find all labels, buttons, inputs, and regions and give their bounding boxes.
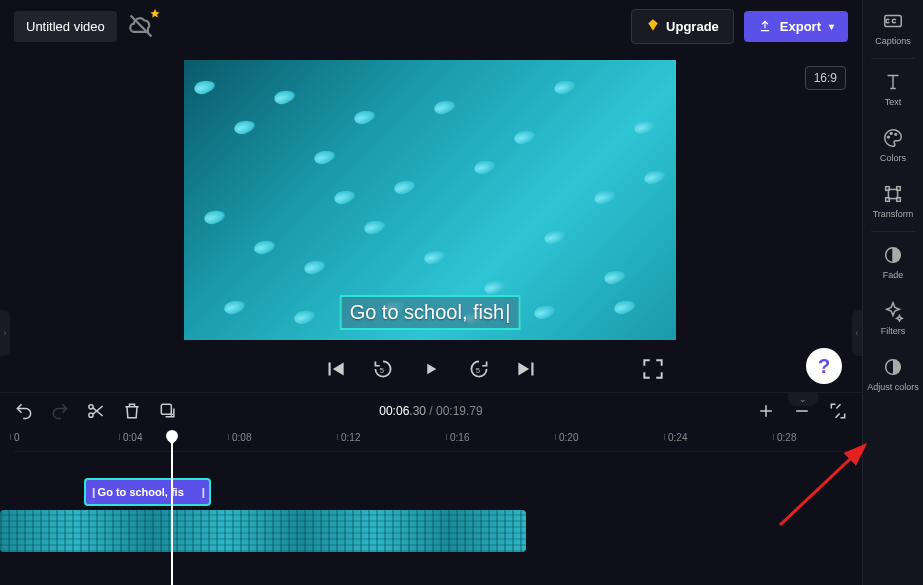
playback-controls: 5 5 <box>0 346 862 392</box>
timeline-ruler[interactable]: 0 0:04 0:08 0:12 0:16 0:20 0:24 0:28 <box>14 428 848 452</box>
svg-point-7 <box>888 136 890 138</box>
sidebar-item-captions[interactable]: Captions <box>863 0 923 56</box>
text-icon <box>882 71 904 93</box>
cloud-sync-off-icon[interactable] <box>127 12 155 40</box>
delete-button[interactable] <box>122 401 142 421</box>
palette-icon <box>882 127 904 149</box>
svg-point-9 <box>895 133 897 135</box>
sidebar-item-transform[interactable]: Transform <box>863 173 923 229</box>
ruler-tick: 0 <box>14 432 20 443</box>
help-button[interactable]: ? <box>806 348 842 384</box>
ruler-tick: 0:12 <box>341 432 360 443</box>
chevron-down-icon: ▾ <box>829 21 834 32</box>
sidebar-item-adjust-colors[interactable]: Adjust colors <box>863 346 923 402</box>
forward-5s-button[interactable]: 5 <box>466 356 492 382</box>
play-button[interactable] <box>418 356 444 382</box>
skip-start-button[interactable] <box>322 356 348 382</box>
video-preview[interactable]: Go to school, fish <box>184 60 676 340</box>
svg-rect-13 <box>886 198 890 202</box>
duplicate-button[interactable] <box>158 401 178 421</box>
svg-text:5: 5 <box>380 366 384 375</box>
right-sidebar: Captions Text Colors Transform Fade Filt… <box>862 0 923 585</box>
svg-rect-11 <box>886 187 890 191</box>
timeline-toolbar: 00:06.30 / 00:19.79 <box>0 392 862 428</box>
skip-end-button[interactable] <box>514 356 540 382</box>
caption-text-input[interactable]: Go to school, fish <box>350 301 511 323</box>
caption-clip[interactable]: || Go to school, fis || <box>84 478 211 506</box>
adjust-colors-icon <box>882 356 904 378</box>
collapse-controls-tab[interactable]: ⌄ <box>788 392 818 406</box>
question-icon: ? <box>818 355 830 378</box>
ruler-tick: 0:16 <box>450 432 469 443</box>
svg-rect-5 <box>161 404 171 414</box>
sidebar-item-colors[interactable]: Colors <box>863 117 923 173</box>
video-clip[interactable] <box>0 510 526 552</box>
aspect-ratio-button[interactable]: 16:9 <box>805 66 846 90</box>
ruler-tick: 0:04 <box>123 432 142 443</box>
svg-rect-14 <box>897 198 901 202</box>
timeline[interactable]: 0 0:04 0:08 0:12 0:16 0:20 0:24 0:28 || … <box>0 428 862 585</box>
clip-handle-right[interactable]: || <box>201 487 203 498</box>
timecode-display: 00:06.30 / 00:19.79 <box>379 404 482 418</box>
captions-icon <box>882 10 904 32</box>
sidebar-item-text[interactable]: Text <box>863 61 923 117</box>
filters-icon <box>882 300 904 322</box>
fade-icon <box>882 244 904 266</box>
ruler-tick: 0:20 <box>559 432 578 443</box>
sidebar-item-fade[interactable]: Fade <box>863 234 923 290</box>
ruler-tick: 0:24 <box>668 432 687 443</box>
transform-icon <box>882 183 904 205</box>
topbar: Untitled video Upgrade Export ▾ <box>0 0 862 52</box>
svg-rect-12 <box>897 187 901 191</box>
diamond-icon <box>646 18 660 35</box>
sidebar-item-filters[interactable]: Filters <box>863 290 923 346</box>
export-button[interactable]: Export ▾ <box>744 11 848 42</box>
upgrade-button[interactable]: Upgrade <box>631 9 734 44</box>
redo-button[interactable] <box>50 401 70 421</box>
ruler-tick: 0:28 <box>777 432 796 443</box>
clip-label: Go to school, fis <box>98 486 184 498</box>
fit-timeline-button[interactable] <box>828 401 848 421</box>
ruler-tick: 0:08 <box>232 432 251 443</box>
upload-icon <box>758 19 772 33</box>
svg-text:5: 5 <box>476 366 480 375</box>
rewind-5s-button[interactable]: 5 <box>370 356 396 382</box>
fullscreen-button[interactable] <box>640 356 666 382</box>
undo-button[interactable] <box>14 401 34 421</box>
clip-handle-left[interactable]: || <box>92 487 94 498</box>
add-track-button[interactable] <box>756 401 776 421</box>
preview-area: › ‹ 16:9 Go to school, fish 5 5 <box>0 52 862 392</box>
svg-point-8 <box>890 133 892 135</box>
project-title-button[interactable]: Untitled video <box>14 11 117 42</box>
split-button[interactable] <box>86 401 106 421</box>
caption-overlay[interactable]: Go to school, fish <box>340 295 521 330</box>
